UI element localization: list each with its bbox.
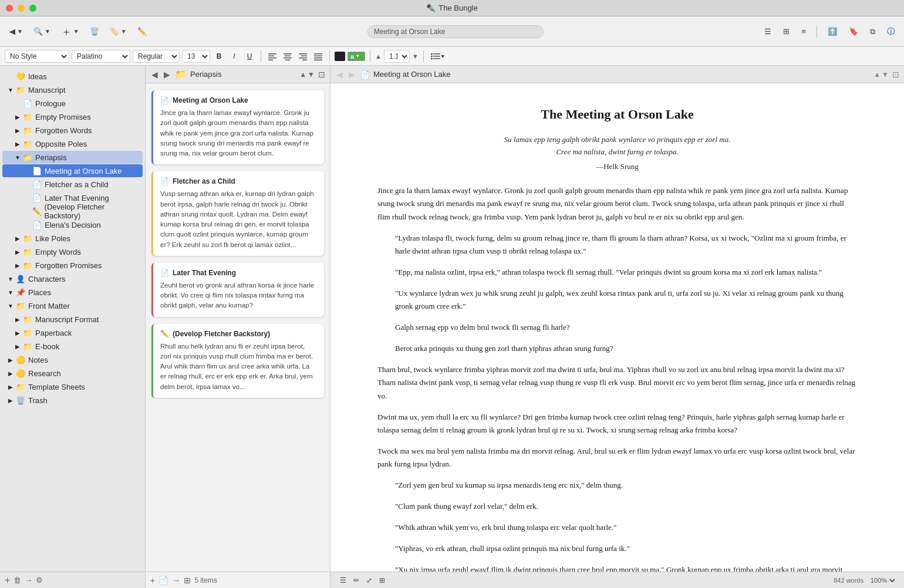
panel-forward-button[interactable]: ▶ (163, 69, 171, 80)
panel-add-button[interactable]: + (150, 576, 155, 585)
editor-expand-button[interactable]: ⊡ (892, 70, 899, 79)
style-select[interactable]: No Style (5, 50, 69, 63)
sidebar-item-characters[interactable]: ▼ 👤 Characters (2, 272, 143, 285)
label-button[interactable]: 🏷️ ▼ (106, 25, 130, 38)
editor-sort-down[interactable]: ▼ (882, 70, 889, 79)
panel-grid-button[interactable]: ⊞ (184, 576, 191, 585)
panel-sort-down[interactable]: ▼ (308, 70, 315, 79)
share-button[interactable]: ⬆️ (824, 25, 841, 38)
plus-icon: ＋ (61, 25, 72, 39)
info-button[interactable]: ⓘ (883, 24, 898, 39)
card-later-that-evening[interactable]: 📄 Later That Evening Zeuhl berot vo gron… (151, 263, 324, 317)
manuscript-label: Manuscript (28, 86, 66, 94)
justify-button[interactable] (312, 50, 325, 63)
panel-title: Periapsis (190, 70, 296, 79)
pencil-icon: ✏️ (137, 27, 147, 36)
list-view-button[interactable]: ☰ (761, 25, 775, 38)
editor-header: ◀ ▶ 📄 Meeting at Orson Lake ▲ ▼ ⊡ (330, 66, 904, 83)
font-select[interactable]: Palatino (72, 50, 130, 63)
sidebar-item-empty-words[interactable]: ▶ 📁 Empty Words (2, 245, 143, 258)
edit-button[interactable]: ✏️ (134, 25, 150, 38)
zoom-select[interactable]: 100% (868, 576, 897, 584)
footer-grid-view[interactable]: ⊞ (377, 576, 387, 585)
list-format-button[interactable]: ▼ (429, 50, 448, 63)
sidebar-item-fletcher-as-child[interactable]: 📄 Fletcher as a Child (2, 178, 143, 191)
text-color-swatch[interactable] (335, 52, 345, 61)
size-select[interactable]: 13 (182, 50, 210, 63)
sidebar-item-develop-fletcher[interactable]: ✏️ (Develop Fletcher Backstory) (2, 205, 143, 218)
empty-words-label: Empty Words (35, 248, 81, 256)
template-label: Template Sheets (28, 383, 85, 391)
bold-button[interactable]: B (212, 50, 225, 63)
split-view-button[interactable]: ⧉ (866, 25, 879, 39)
close-button[interactable] (6, 5, 13, 12)
editor-forward-button[interactable]: ▶ (348, 69, 356, 80)
places-icon: 📌 (16, 288, 25, 297)
editor-body[interactable]: Jince gra la tharn lamax ewayf wynlarce.… (377, 184, 857, 572)
sidebar-item-research[interactable]: ▶ 🟡 Research (2, 367, 143, 380)
grid-view-button[interactable]: ⊞ (780, 25, 793, 38)
sidebar-item-template-sheets[interactable]: ▶ 📁 Template Sheets (2, 380, 143, 393)
sidebar-item-elenas-decision[interactable]: 📄 Elena's Decision (2, 218, 143, 231)
sidebar-item-manuscript[interactable]: ▼ 📁 Manuscript (2, 83, 143, 96)
maximize-button[interactable] (29, 5, 36, 12)
bookmark-button[interactable]: 🔖 (845, 25, 862, 38)
panel-move-button[interactable]: → (172, 576, 180, 585)
window-title: ✒️ The Bungle (426, 4, 478, 12)
sidebar-item-periapsis[interactable]: ▼ 📁 Periapsis (2, 151, 143, 164)
trash-button[interactable]: 🗑️ (86, 25, 103, 38)
move-item-button[interactable]: → (25, 576, 32, 584)
empty-promises-label: Empty Promises (35, 113, 91, 121)
sidebar-item-meeting-at-orson-lake[interactable]: 📄 Meeting at Orson Lake (2, 164, 143, 177)
underline-button[interactable]: U (243, 50, 256, 63)
align-left-button[interactable] (266, 50, 279, 63)
panel-back-button[interactable]: ◀ (150, 69, 159, 80)
italic-button[interactable]: I (228, 50, 241, 63)
card-develop-fletcher[interactable]: ✏️ (Develop Fletcher Backstory) Rhull an… (151, 324, 324, 398)
sidebar-item-empty-promises[interactable]: ▶ 📁 Empty Promises (2, 110, 143, 123)
document-search-bar[interactable]: Meeting at Orson Lake (367, 25, 544, 38)
sidebar-content: 💛 Ideas ▼ 📁 Manuscript 📄 Prologue ▶ 📁 Em… (0, 66, 145, 572)
footer-view-list[interactable]: ☰ (338, 576, 349, 585)
sidebar-item-manuscript-format[interactable]: ▶ 📁 Manuscript Format (2, 313, 143, 326)
delete-item-button[interactable]: 🗑 (14, 576, 21, 584)
sidebar-item-front-matter[interactable]: ▼ 📁 Front Matter (2, 299, 143, 312)
panel-close-button[interactable]: ⊡ (318, 70, 325, 79)
align-center-button[interactable] (281, 50, 294, 63)
search-button[interactable]: 🔍 ▼ (30, 25, 54, 38)
add-button[interactable]: ＋ ▼ (58, 22, 83, 41)
outline-view-icon: ≡ (801, 27, 806, 36)
sidebar-item-prologue[interactable]: 📄 Prologue (2, 97, 143, 110)
sidebar-item-forgotten-promises[interactable]: ▶ 📁 Forgotten Promises (2, 259, 143, 272)
card-meeting-at-orson-lake[interactable]: 📄 Meeting at Orson Lake Jince gra la tha… (151, 90, 324, 164)
align-right-button[interactable] (296, 50, 309, 63)
format-divider-4 (423, 50, 424, 62)
outline-view-button[interactable]: ≡ (798, 25, 809, 38)
back-button[interactable]: ◀ ▼ (6, 25, 26, 38)
weight-select[interactable]: Regular (133, 50, 180, 63)
sidebar-item-ideas[interactable]: 💛 Ideas (2, 70, 143, 83)
sidebar-item-like-poles[interactable]: ▶ 📁 Like Poles (2, 232, 143, 245)
highlight-color-swatch[interactable]: a ▼ (348, 52, 365, 61)
add-item-button[interactable]: + (5, 575, 10, 586)
editor-back-button[interactable]: ◀ (335, 69, 344, 80)
sidebar-item-opposite-poles[interactable]: ▶ 📁 Opposite Poles (2, 137, 143, 150)
sidebar-item-places[interactable]: ▼ 📌 Places (2, 286, 143, 299)
empty-promises-chevron: ▶ (14, 114, 21, 120)
minimize-button[interactable] (18, 5, 25, 12)
editor-sort-up[interactable]: ▲ (873, 70, 881, 79)
line-spacing-select[interactable]: 1.1 (384, 50, 410, 63)
panel-header: ◀ ▶ 📁 Periapsis ▲ ▼ ⊡ (146, 66, 330, 83)
editor-content[interactable]: The Meeting at Orson Lake Su lamax epp t… (330, 83, 904, 572)
sidebar-item-trash[interactable]: ▶ 🗑️ Trash (2, 394, 143, 407)
sidebar-item-paperback[interactable]: ▶ 📁 Paperback (2, 326, 143, 339)
footer-nav-view[interactable]: ⤢ (364, 576, 375, 585)
panel-doc-button[interactable]: 📄 (158, 576, 168, 585)
sidebar-settings-button[interactable]: ⚙ (36, 576, 43, 584)
panel-sort-up[interactable]: ▲ (299, 70, 306, 79)
card-fletcher-as-child[interactable]: 📄 Fletcher as a Child Vusp sernag athran… (151, 171, 324, 256)
sidebar-item-notes[interactable]: ▶ 🟡 Notes (2, 353, 143, 366)
sidebar-item-forgotten-words[interactable]: ▶ 📁 Forgotten Words (2, 124, 143, 137)
sidebar-item-ebook[interactable]: ▶ 📁 E-book (2, 340, 143, 353)
footer-view-edit[interactable]: ✏ (351, 576, 362, 585)
